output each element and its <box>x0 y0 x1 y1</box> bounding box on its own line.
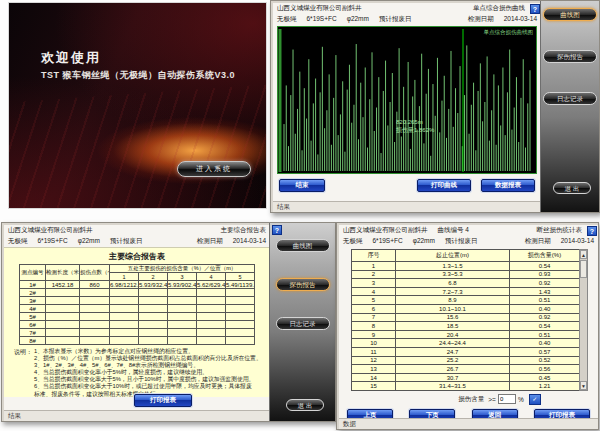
scroll-down-icon[interactable]: ▼ <box>580 381 587 390</box>
report-cell <box>197 337 226 345</box>
data-table-row: 1326.70.56 <box>352 365 580 374</box>
view-title: 单点综合损伤曲线 <box>473 4 525 13</box>
col-length: 检测长度（米） <box>46 265 80 281</box>
data-cell: 25.2 <box>396 356 510 365</box>
report-table-row: 7# <box>20 329 255 337</box>
data-report-button[interactable]: 数据报表 <box>481 179 535 192</box>
data-cell: 0.54 <box>510 262 580 271</box>
help-icon[interactable]: ? <box>530 4 540 14</box>
exit-button[interactable]: 退 出 <box>553 182 591 194</box>
scrollbar-thumb[interactable] <box>580 260 587 278</box>
rope-type: 无极绳 <box>343 237 363 246</box>
report-cell <box>139 337 168 345</box>
report-cell <box>80 289 110 297</box>
data-table-head: 序号起止位置(m)损伤含量(%) <box>352 250 580 262</box>
splash-background-art <box>8 81 267 209</box>
report-cell: 1# <box>20 281 46 289</box>
data-cell: 9 <box>352 330 396 339</box>
damage-curve-chart: 单点综合损伤曲线图 820.265m 损伤量1.862% <box>277 26 537 174</box>
inspect-date-label: 检测日期 <box>468 15 494 24</box>
data-cell: 1.43 <box>510 287 580 296</box>
end-button[interactable]: 结束 <box>279 179 325 192</box>
report-cell: 860 <box>80 281 110 289</box>
data-table-row: 1124.70.57 <box>352 347 580 356</box>
report-cell <box>139 289 168 297</box>
col-count: 损伤点数（个） <box>80 265 110 281</box>
report-cell <box>110 329 139 337</box>
report-cell <box>226 297 255 305</box>
sidebar-item-report[interactable]: 探伤报告 <box>543 50 597 63</box>
col-sub: 1 <box>110 273 139 281</box>
report-table-row: 8# <box>20 337 255 345</box>
data-table-row: 1024.4~24.40.40 <box>352 339 580 348</box>
data-table-row: 11.3~1.50.54 <box>352 262 580 271</box>
data-table-row: 920.40.51 <box>352 330 580 339</box>
report-cell <box>168 329 197 337</box>
report-cell <box>80 329 110 337</box>
status-text: 数据 <box>343 420 356 427</box>
notes-label: 说明： <box>14 348 34 398</box>
data-cell: 1 <box>352 262 396 271</box>
data-cell: 3.3~5.3 <box>396 270 510 279</box>
report-cell <box>46 329 80 337</box>
report-cell <box>80 297 110 305</box>
report-cell <box>110 305 139 313</box>
inspect-date-label: 检测日期 <box>525 237 551 246</box>
data-cell: 15 <box>352 382 396 391</box>
inspect-date-value: 2014-03-14 <box>504 15 537 22</box>
sidebar-item-log[interactable]: 日志记录 <box>543 92 597 105</box>
report-window: 山西义城煤业有限公司副斜井 主要综合报告表 无极绳 6*19S+FC φ22mm… <box>1 222 336 422</box>
sidebar-item-curve[interactable]: 曲线图 <box>543 8 597 21</box>
table-scrollbar[interactable]: ▲ ▼ <box>579 249 588 391</box>
rope-spec: 6*19S+FC <box>373 237 403 244</box>
data-cell: 20.4 <box>396 330 510 339</box>
report-cell: 6# <box>20 321 46 329</box>
sidebar-item-log[interactable]: 日志记录 <box>276 317 330 330</box>
col-sub: 3 <box>168 273 197 281</box>
report-cell: 5.93/902.42 <box>168 281 197 289</box>
data-cell: 0.92 <box>510 313 580 322</box>
status-text: 结果 <box>8 412 21 419</box>
side-button-panel: ? 曲线图 探伤报告 日志记录 退 出 <box>269 223 335 421</box>
filter-value-input[interactable] <box>498 394 516 404</box>
filter-apply-button[interactable]: ✓ <box>529 394 541 405</box>
rope-diameter: φ22mm <box>347 15 369 22</box>
report-content: 山西义城煤业有限公司副斜井 主要综合报告表 无极绳 6*19S+FC φ22mm… <box>4 225 270 421</box>
scrap-date-label: 预计报废日 <box>110 237 143 246</box>
report-cell: 5.62/629.46 <box>197 281 226 289</box>
data-cell: 0.93 <box>510 270 580 279</box>
report-table-row: 4# <box>20 305 255 313</box>
col-sub: 4 <box>197 273 226 281</box>
report-cell <box>197 329 226 337</box>
report-cell: 5# <box>20 313 46 321</box>
help-icon[interactable]: ? <box>272 225 282 235</box>
col-sub: 5 <box>226 273 255 281</box>
report-cell <box>197 305 226 313</box>
data-table-row: 36.80.92 <box>352 279 580 288</box>
report-cell <box>139 329 168 337</box>
data-cell: 10 <box>352 339 396 348</box>
scroll-up-icon[interactable]: ▲ <box>580 250 587 259</box>
data-cell: 3 <box>352 279 396 288</box>
help-icon[interactable]: ? <box>587 226 597 236</box>
report-cell <box>46 321 80 329</box>
report-cell: 8# <box>20 337 46 345</box>
data-cell: 6 <box>352 304 396 313</box>
report-cell <box>197 297 226 305</box>
report-cell <box>168 289 197 297</box>
report-cell <box>110 289 139 297</box>
print-report-button[interactable]: 打印报表 <box>134 394 192 407</box>
report-cell <box>226 313 255 321</box>
sidebar-item-report[interactable]: 探伤报告 <box>276 278 330 291</box>
report-cell <box>80 321 110 329</box>
report-cell <box>226 305 255 313</box>
inspect-date-value: 2014-03-14 <box>561 237 594 244</box>
data-cell: 10.1~10.1 <box>396 304 510 313</box>
exit-button[interactable]: 退 出 <box>286 399 324 411</box>
cursor-annotation: 820.265m 损伤量1.862% <box>396 119 434 134</box>
print-curve-button[interactable]: 打印曲线 <box>417 179 471 192</box>
enter-system-button[interactable]: 进入系统 <box>177 161 251 177</box>
sidebar-item-curve[interactable]: 曲线图 <box>276 239 330 252</box>
cursor-position: 820.265m <box>396 119 434 127</box>
status-bar: 结果 <box>4 410 270 421</box>
